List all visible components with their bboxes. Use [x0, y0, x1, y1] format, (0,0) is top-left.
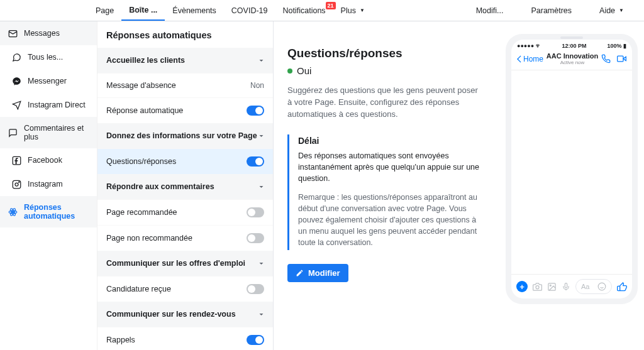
status-dot-icon: [287, 68, 292, 74]
signal-icon: ●●●●● ᯤ: [517, 43, 541, 49]
top-navigation: PageBoîte ...ÉvènementsCOVID-19Notificat…: [0, 0, 644, 21]
phone-title: AAC Innovation: [543, 52, 601, 60]
phone-status-bar: ●●●●● ᯤ 12:00 PM 100% ▮: [511, 40, 632, 50]
phone-back-label: Home: [523, 55, 543, 63]
topnav-item[interactable]: Évènements: [165, 1, 223, 21]
sidebar-item[interactable]: Tous les...: [0, 45, 97, 69]
video-icon[interactable]: [616, 54, 627, 63]
sidebar-item-label: Facebook: [28, 156, 62, 165]
svg-point-5: [12, 211, 14, 213]
sidebar-item[interactable]: Commentaires et plus: [0, 117, 97, 148]
topnav-label: Aide: [599, 6, 615, 15]
toggle-switch[interactable]: [247, 335, 264, 345]
atom-icon: [8, 207, 18, 217]
svg-point-12: [550, 285, 551, 286]
sidebar-item[interactable]: Messages: [0, 21, 97, 45]
content-panel: Questions/réponses Oui Suggérez des ques…: [274, 21, 506, 350]
settings-category-header[interactable]: Accueillez les clients: [97, 48, 273, 73]
topnav-item[interactable]: COVID-19: [224, 1, 275, 21]
svg-rect-13: [565, 283, 567, 288]
settings-option-row[interactable]: Message d'absenceNon: [97, 73, 273, 97]
svg-point-3: [15, 183, 18, 186]
comment-icon: [8, 128, 18, 138]
settings-option-row[interactable]: Questions/réponses: [97, 148, 273, 174]
camera-icon[interactable]: [533, 282, 542, 292]
callout-paragraph: Des réponses automatiques sont envoyées …: [298, 150, 482, 184]
settings-option-row[interactable]: Page non recommandée: [97, 225, 273, 251]
option-label: Rappels: [106, 336, 135, 344]
settings-category-header[interactable]: Communiquer sur les offres d'emploi: [97, 251, 273, 276]
toggle-switch[interactable]: [247, 233, 264, 243]
option-label: Page recommandée: [106, 208, 177, 217]
topnav-item[interactable]: Modifi...: [469, 1, 511, 20]
settings-option-row[interactable]: Rappels: [97, 327, 273, 350]
toggle-switch[interactable]: [247, 156, 264, 167]
sidebar-item[interactable]: Instagram Direct: [0, 93, 97, 117]
chevron-left-icon: [516, 55, 522, 63]
sidebar-item[interactable]: Messenger: [0, 69, 97, 93]
settings-option-row[interactable]: Réponse automatique: [97, 97, 273, 123]
mic-icon[interactable]: [562, 282, 570, 292]
topnav-label: Page: [96, 6, 114, 15]
status-line: Oui: [287, 65, 492, 76]
thumbs-up-icon[interactable]: [617, 282, 627, 292]
phone-time: 12:00 PM: [562, 43, 587, 49]
edit-button-label: Modifier: [308, 268, 340, 278]
edit-button[interactable]: Modifier: [287, 264, 348, 282]
toggle-switch[interactable]: [247, 207, 264, 217]
facebook-icon: [11, 155, 21, 165]
phone-header-icons: [601, 54, 627, 63]
option-label: Message d'absence: [106, 81, 176, 90]
sidebar-item-label: Réponses automatiques: [24, 203, 89, 221]
sidebar-item-label: Commentaires et plus: [24, 124, 89, 141]
topnav-item[interactable]: Page: [88, 1, 121, 21]
option-label: Questions/réponses: [106, 157, 176, 166]
settings-option-row[interactable]: Candidature reçue: [97, 276, 273, 302]
topnav-item[interactable]: Plus▼: [333, 1, 372, 21]
phone-text-input[interactable]: Aa: [575, 279, 612, 294]
topnav-item[interactable]: Aide▼: [592, 1, 631, 20]
chevron-down-icon: [258, 312, 264, 317]
phone-header: Home AAC Innovation Active now: [511, 50, 632, 70]
topnav-item[interactable]: Notifications21: [275, 1, 333, 21]
settings-category-header[interactable]: Communiquer sur les rendez-vous: [97, 302, 273, 327]
settings-column: Réponses automatiques Accueillez les cli…: [97, 21, 274, 350]
topnav-item[interactable]: Paramètres: [523, 1, 579, 20]
sidebar-item[interactable]: Réponses automatiques: [0, 196, 97, 227]
sidebar-item[interactable]: Instagram: [0, 172, 97, 196]
image-icon[interactable]: [547, 282, 557, 292]
phone-speaker-icon: [560, 36, 583, 39]
toggle-switch[interactable]: [247, 284, 264, 294]
phone-subtitle: Active now: [543, 60, 601, 65]
phone-input-bar: + Aa: [511, 274, 632, 298]
settings-option-row[interactable]: Page recommandée: [97, 199, 273, 225]
option-label: Candidature reçue: [106, 285, 171, 293]
sidebar-item-label: Instagram Direct: [28, 101, 86, 109]
settings-category-header[interactable]: Répondre aux commentaires: [97, 174, 273, 199]
topnav-right: Modifi...ParamètresAide▼: [469, 1, 631, 20]
toggle-switch[interactable]: [247, 106, 264, 116]
sidebar-item-label: Messenger: [28, 77, 67, 85]
sidebar-item-label: Instagram: [28, 180, 63, 189]
phone-call-icon[interactable]: [601, 54, 611, 63]
category-label: Répondre aux commentaires: [106, 182, 214, 191]
phone-back-button[interactable]: Home: [516, 55, 543, 63]
chevron-down-icon: ▼: [619, 8, 624, 13]
topnav-label: Modifi...: [476, 6, 504, 15]
content-title: Questions/réponses: [287, 46, 492, 60]
topnav-label: Boîte ...: [129, 6, 157, 14]
topnav-label: Notifications: [283, 6, 326, 15]
phone-battery: 100% ▮: [607, 43, 626, 49]
plus-icon[interactable]: +: [516, 281, 528, 292]
svg-rect-9: [618, 56, 623, 62]
topnav-item[interactable]: Boîte ...: [121, 1, 165, 21]
chevron-down-icon: [258, 261, 264, 266]
pencil-icon: [296, 269, 304, 277]
settings-category-header[interactable]: Donnez des informations sur votre Page: [97, 123, 273, 148]
phone-title-block: AAC Innovation Active now: [543, 52, 601, 65]
category-label: Communiquer sur les offres d'emploi: [106, 259, 245, 268]
phone-frame: ●●●●● ᯤ 12:00 PM 100% ▮ Home AAC Innovat…: [506, 34, 638, 304]
callout-delay: Délai Des réponses automatiques sont env…: [287, 134, 482, 250]
emoji-icon[interactable]: [597, 282, 606, 291]
sidebar-item[interactable]: Facebook: [0, 148, 97, 172]
